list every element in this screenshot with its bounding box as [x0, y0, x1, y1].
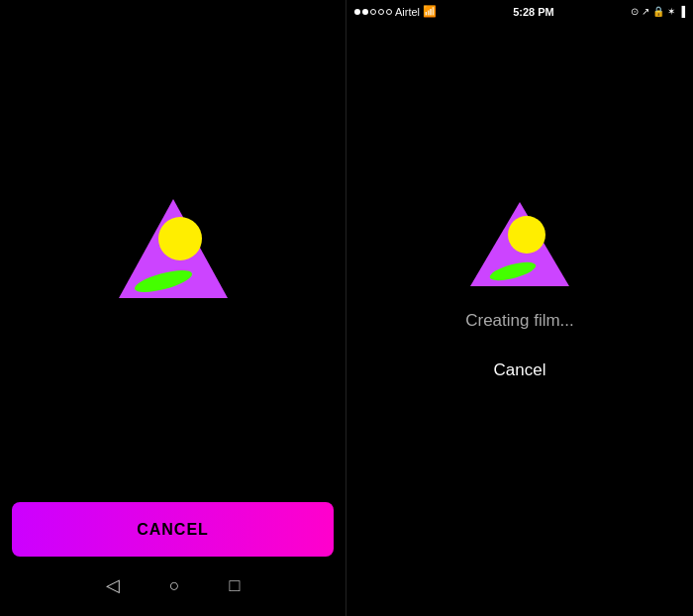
ios-logo-svg [465, 197, 574, 291]
ios-app-logo [465, 197, 574, 291]
android-logo-container [109, 194, 238, 303]
ios-screen: Airtel 📶 5:28 PM ⊙ ↗ 🔒 ✶ ▐ Creating fil [346, 0, 693, 616]
status-right-icons: ⊙ ↗ 🔒 ✶ ▐ [631, 6, 685, 17]
ios-status-bar: Airtel 📶 5:28 PM ⊙ ↗ 🔒 ✶ ▐ [346, 0, 693, 20]
ios-main-content: Creating film... Cancel [465, 20, 574, 616]
svg-point-1 [158, 217, 202, 260]
cancel-button-android[interactable]: CANCEL [12, 502, 334, 557]
signal-dot-1 [354, 9, 360, 15]
signal-dot-5 [386, 9, 392, 15]
battery-icon: ▐ [678, 6, 685, 17]
svg-point-4 [508, 216, 545, 254]
home-nav-icon[interactable]: ○ [169, 575, 180, 596]
back-nav-icon[interactable]: ◁ [106, 574, 120, 596]
bluetooth-icon: ✶ [667, 6, 675, 17]
signal-dot-2 [362, 9, 368, 15]
cancel-label-android: CANCEL [137, 521, 209, 539]
time-display: 5:28 PM [513, 6, 554, 18]
status-left: Airtel 📶 [354, 5, 437, 18]
wifi-icon: 📶 [423, 5, 437, 18]
signal-dot-3 [370, 9, 376, 15]
carrier-name: Airtel [395, 6, 420, 18]
android-nav-bar: ◁ ○ □ [0, 565, 346, 606]
android-screen: CANCEL ◁ ○ □ [0, 0, 346, 616]
cancel-label-ios: Cancel [494, 360, 546, 379]
android-app-logo [109, 194, 238, 303]
creating-film-text: Creating film... [465, 311, 574, 331]
location-icon: ⊙ [631, 6, 639, 17]
signal-dot-4 [378, 9, 384, 15]
lock-icon: 🔒 [652, 6, 664, 17]
signal-strength [354, 9, 392, 15]
arrow-icon: ↗ [642, 6, 649, 17]
status-time: 5:28 PM [513, 6, 554, 18]
cancel-button-ios[interactable]: Cancel [494, 360, 546, 380]
recent-nav-icon[interactable]: □ [230, 575, 241, 596]
android-bottom-area: CANCEL ◁ ○ □ [0, 502, 346, 616]
